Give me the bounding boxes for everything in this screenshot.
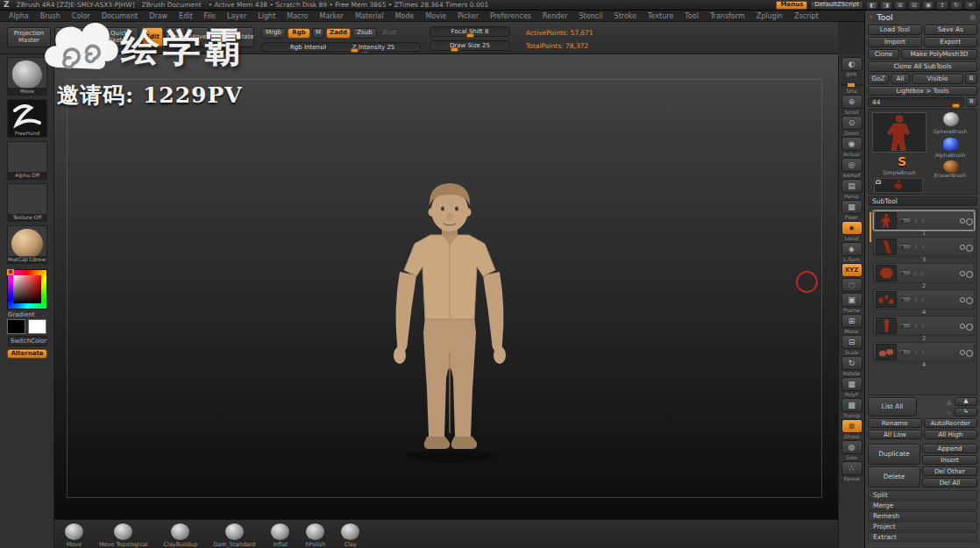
section-extract[interactable]: Extract bbox=[868, 532, 977, 542]
move-button[interactable]: Move bbox=[188, 27, 209, 47]
menu-transform[interactable]: Transform bbox=[710, 12, 745, 20]
menu-color[interactable]: Color bbox=[72, 12, 90, 20]
subtool-paint-icon[interactable] bbox=[913, 244, 919, 250]
subtool-visibility-icon[interactable] bbox=[960, 218, 965, 224]
subtool-sculpt-icon[interactable] bbox=[920, 270, 926, 276]
close-icon[interactable]: ✕ bbox=[964, 1, 976, 10]
duplicate-button[interactable]: Duplicate bbox=[868, 444, 920, 465]
subtool-up-button[interactable]: ▲ bbox=[955, 397, 977, 406]
z-intensity-slider[interactable]: Z Intensity 25 bbox=[326, 42, 421, 52]
menu-mode[interactable]: Mode bbox=[395, 12, 415, 20]
focal-shift-slider[interactable]: Focal Shift 8 bbox=[430, 26, 510, 37]
subtool-toggle[interactable] bbox=[898, 323, 912, 329]
polyframe-icon[interactable]: ▦PolyF bbox=[840, 377, 864, 397]
projection-master-button[interactable]: Projection Master bbox=[7, 27, 51, 47]
tool-palette-header[interactable]: ‹ Tool ◎ bbox=[865, 11, 980, 24]
menu-stroke[interactable]: Stroke bbox=[614, 12, 637, 20]
subtool-paint-icon[interactable] bbox=[913, 217, 919, 224]
subtool-toggle[interactable] bbox=[898, 296, 912, 302]
zadd-button[interactable]: Zadd bbox=[326, 28, 351, 39]
zsub-button[interactable]: Zsub bbox=[352, 28, 377, 39]
sculpt-canvas[interactable]: 邀请码: 1229PV bbox=[54, 54, 838, 519]
subtool-visibility-icon[interactable] bbox=[960, 324, 965, 329]
menu-render[interactable]: Render bbox=[543, 12, 567, 20]
local-symmetry-icon[interactable]: ◈L.Sym bbox=[840, 242, 864, 262]
subtool-sculpt-icon[interactable] bbox=[920, 323, 926, 329]
subtool-down-button[interactable]: ↳ bbox=[955, 408, 977, 416]
zoom-magnifier-icon[interactable]: ⊙Zoom bbox=[840, 116, 864, 136]
menu-layer[interactable]: Layer bbox=[227, 12, 246, 20]
del-all-button[interactable]: Del All bbox=[922, 478, 977, 488]
export-window-icon[interactable]: ↥ bbox=[936, 1, 948, 10]
menu-movie[interactable]: Movie bbox=[425, 12, 446, 20]
subtool-visibility-icon[interactable] bbox=[960, 350, 965, 355]
scale-button[interactable]: Scale bbox=[210, 27, 231, 47]
palette-menu-icon[interactable]: ◎ bbox=[969, 13, 976, 21]
lightbox-tools-button[interactable]: Lightbox > Tools bbox=[868, 86, 977, 96]
subtool-paint-icon[interactable] bbox=[913, 270, 919, 276]
current-texture-selector[interactable]: Texture Off bbox=[7, 183, 47, 222]
menu-preferences[interactable]: Preferences bbox=[490, 12, 531, 20]
menu-marker[interactable]: Marker bbox=[319, 12, 344, 20]
subtool-visibility-icon[interactable] bbox=[960, 245, 965, 250]
tray-brush-inflat[interactable]: Inflat bbox=[271, 523, 289, 548]
append-button[interactable]: Append bbox=[922, 444, 977, 453]
light-box-button[interactable]: Light Box bbox=[54, 27, 96, 47]
menu-draw[interactable]: Draw bbox=[149, 12, 167, 20]
draw-size-slider[interactable]: Draw Size 25 bbox=[430, 40, 510, 51]
subtool-visibility-icon[interactable] bbox=[960, 271, 965, 276]
save-as-button[interactable]: Save As bbox=[924, 25, 978, 35]
subtool-visibility-icon[interactable] bbox=[960, 297, 965, 302]
switch-color-button[interactable]: SwitchColor bbox=[8, 336, 46, 346]
subtool-section-header[interactable]: SubTool bbox=[868, 196, 977, 206]
solo-icon[interactable]: ◍Solo bbox=[840, 440, 864, 460]
alternate-button[interactable]: Alternate bbox=[7, 349, 47, 359]
goz-all-button[interactable]: All bbox=[891, 74, 910, 84]
subtool-row[interactable] bbox=[873, 263, 975, 283]
default-zscript-button[interactable]: DefaultZScript bbox=[810, 1, 863, 10]
subtool-paint-icon[interactable] bbox=[913, 296, 919, 302]
goz-r-button[interactable]: R bbox=[965, 74, 977, 84]
subtool-sculpt-icon[interactable] bbox=[920, 296, 926, 302]
actual-size-icon[interactable]: ◉Actual bbox=[840, 137, 864, 157]
saturation-value-square[interactable] bbox=[13, 275, 41, 303]
current-alpha-selector[interactable]: Alpha Off bbox=[7, 141, 47, 180]
tray-brush-move-topological[interactable]: Move Topological bbox=[99, 523, 148, 548]
section-split[interactable]: Split bbox=[868, 490, 977, 500]
menu-zscript[interactable]: Zscript bbox=[794, 12, 819, 20]
mrgb-button[interactable]: Mrgb bbox=[261, 28, 286, 39]
insert-button[interactable]: Insert bbox=[922, 455, 977, 465]
clone-button[interactable]: Clone bbox=[868, 49, 899, 60]
current-brush-selector[interactable]: Move bbox=[7, 57, 47, 96]
menu-file[interactable]: File bbox=[204, 12, 216, 20]
palette-collapse-icon[interactable]: ‹ bbox=[870, 13, 872, 21]
edit-button[interactable]: Edit bbox=[142, 27, 163, 47]
subtool-row[interactable] bbox=[873, 316, 975, 336]
scale-gizmo-icon[interactable]: ⊟Scale bbox=[840, 335, 864, 355]
clone-all-subtools-button[interactable]: Clone All SubTools bbox=[868, 61, 977, 72]
section-merge[interactable]: Merge bbox=[868, 501, 977, 510]
menu-brush[interactable]: Brush bbox=[40, 12, 60, 20]
subtool-sculpt-icon[interactable] bbox=[920, 244, 926, 250]
hue-square-icon[interactable]: R bbox=[7, 269, 47, 310]
ghost-icon[interactable]: ▨Ghost bbox=[840, 419, 864, 439]
rotate-button[interactable]: Rotate bbox=[233, 27, 254, 47]
delete-button[interactable]: Delete bbox=[868, 466, 920, 488]
export-button[interactable]: Export bbox=[924, 37, 978, 47]
all-low-button[interactable]: All Low bbox=[868, 430, 922, 439]
xpose-icon[interactable]: ∴Xpose bbox=[840, 461, 864, 481]
sphere-tool-icon[interactable] bbox=[941, 111, 962, 127]
auto-reorder-button[interactable]: AutoReorder bbox=[924, 418, 978, 428]
import-button[interactable]: Import bbox=[868, 37, 922, 47]
frame-icon[interactable]: ▣Frame bbox=[840, 293, 864, 313]
tool-slider-r-button[interactable]: R bbox=[966, 97, 977, 107]
goz-visible-button[interactable]: Visible bbox=[912, 74, 963, 84]
add-panel-icon[interactable]: ⊞ bbox=[894, 1, 906, 10]
subtool-sculpt-icon[interactable] bbox=[920, 349, 926, 355]
subtool-row[interactable] bbox=[873, 237, 975, 257]
subtool-sculpt-icon[interactable] bbox=[920, 217, 926, 224]
subtool-toggle[interactable] bbox=[898, 244, 912, 250]
color-picker[interactable]: R Gradient SwitchColor Alternate bbox=[7, 269, 47, 359]
main-color-swatch[interactable] bbox=[7, 319, 25, 334]
transparency-icon[interactable]: ▩Transp bbox=[840, 398, 864, 418]
